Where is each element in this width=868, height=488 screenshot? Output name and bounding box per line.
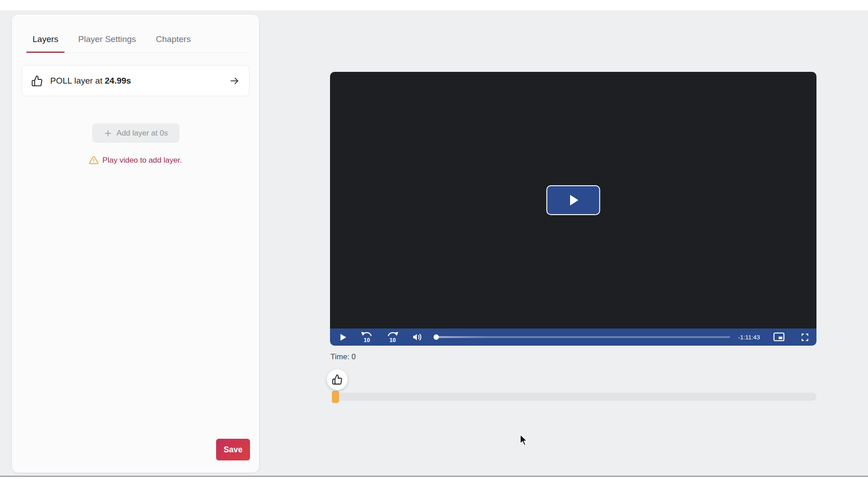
pip-button[interactable] <box>773 332 785 342</box>
arrow-right-icon[interactable] <box>229 75 240 86</box>
tab-chapters[interactable]: Chapters <box>150 34 197 52</box>
big-play-button[interactable] <box>547 185 600 215</box>
layer-card-label: POLL layer at 24.99s <box>50 76 131 86</box>
layer-card-prefix: POLL layer at <box>50 76 102 85</box>
tab-player-settings[interactable]: Player Settings <box>72 34 142 52</box>
warning-text: Play video to add layer. <box>103 156 182 165</box>
thumbs-up-icon <box>332 374 343 385</box>
time-remaining: -1:11:43 <box>738 334 760 341</box>
timeline-track[interactable] <box>332 393 816 401</box>
timeline-handle[interactable] <box>332 391 339 403</box>
progress-thumb[interactable] <box>434 334 439 340</box>
sidebar-panel: Layers Player Settings Chapters POLL lay… <box>12 14 259 473</box>
video-screen[interactable] <box>330 72 816 328</box>
plus-icon <box>104 129 112 137</box>
layer-card-time: 24.99s <box>105 76 131 85</box>
progress-track[interactable] <box>438 336 730 338</box>
volume-button[interactable] <box>412 332 423 343</box>
forward-10-button[interactable]: 10 <box>387 331 399 343</box>
svg-text:10: 10 <box>390 337 396 343</box>
tab-layers[interactable]: Layers <box>26 34 65 52</box>
tab-bar: Layers Player Settings Chapters <box>23 34 248 53</box>
time-indicator: Time: 0 <box>330 352 356 361</box>
add-layer-button[interactable]: Add layer at 0s <box>92 123 179 143</box>
save-button[interactable]: Save <box>216 439 250 460</box>
fullscreen-button[interactable] <box>801 333 809 342</box>
thumbs-up-icon <box>31 75 43 87</box>
alert-triangle-icon <box>89 155 99 165</box>
rewind-10-button[interactable]: 10 <box>361 331 373 343</box>
layer-marker[interactable] <box>327 369 348 390</box>
add-layer-label: Add layer at 0s <box>117 129 168 138</box>
play-icon <box>567 193 579 207</box>
video-player: 10 10 -1:11:43 <box>330 72 816 346</box>
svg-text:10: 10 <box>364 337 370 343</box>
layer-card[interactable]: POLL layer at 24.99s <box>22 65 250 96</box>
warning-message: Play video to add layer. <box>12 155 259 165</box>
control-bar: 10 10 -1:11:43 <box>330 328 816 346</box>
play-button[interactable] <box>340 333 347 341</box>
bottom-divider-line <box>0 476 868 477</box>
progress-slider[interactable] <box>434 334 730 340</box>
